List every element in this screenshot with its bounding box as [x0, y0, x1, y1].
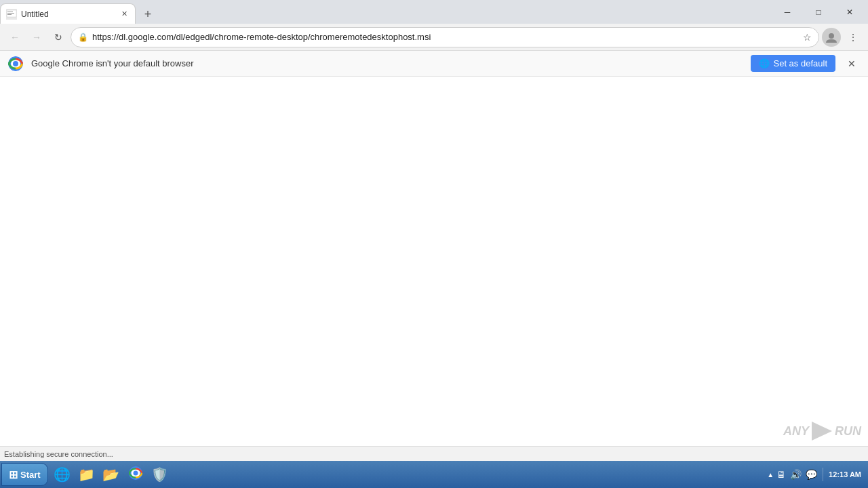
file-explorer-icon: 📁	[78, 466, 95, 483]
svg-rect-3	[7, 13, 14, 14]
taskbar-items: 🌐 📁 📂	[48, 463, 762, 486]
taskbar-folder-button[interactable]: 📂	[100, 463, 123, 486]
ie-icon: 🌐	[54, 466, 71, 483]
url-text[interactable]: https://dl.google.com/dl/edgedl/chrome-r…	[92, 32, 799, 42]
tab-close-button[interactable]: ✕	[119, 9, 130, 20]
info-bar-close-button[interactable]: ✕	[844, 56, 860, 72]
taskbar-ie-button[interactable]: 🌐	[51, 463, 74, 486]
browser-window: Untitled ✕ + ─ □ ✕ ← → ↻ 🔒 https://dl.go…	[0, 0, 868, 488]
set-default-globe-icon: 🌐	[759, 58, 770, 68]
taskbar-explorer-button[interactable]: 📁	[75, 463, 98, 486]
watermark-play-icon	[812, 422, 832, 441]
info-bar-message: Google Chrome isn't your default browser	[31, 58, 743, 68]
toolbar: ← → ↻ 🔒 https://dl.google.com/dl/edgedl/…	[0, 24, 868, 51]
info-bar: Google Chrome isn't your default browser…	[0, 51, 868, 77]
set-default-label: Set as default	[774, 58, 828, 68]
active-tab[interactable]: Untitled ✕	[0, 3, 136, 24]
back-button[interactable]: ←	[5, 28, 24, 47]
shield-taskbar-icon: 🛡️	[151, 466, 168, 483]
system-clock: 12:13 AM	[829, 470, 861, 479]
menu-button[interactable]: ⋮	[844, 28, 863, 47]
anyrun-watermark: ANY RUN	[783, 422, 861, 441]
close-button[interactable]: ✕	[834, 0, 865, 24]
tray-icons: 🖥 🔊 💬	[776, 469, 817, 480]
volume-tray-icon: 🔊	[790, 469, 802, 480]
chrome-taskbar-icon	[129, 466, 142, 483]
bookmark-star-icon[interactable]: ☆	[803, 32, 812, 43]
tray-expand-arrow[interactable]: ▲	[767, 471, 774, 479]
set-default-button[interactable]: 🌐 Set as default	[751, 55, 836, 72]
taskbar-tray: ▲ 🖥 🔊 💬 12:13 AM	[762, 468, 867, 481]
start-button[interactable]: ⊞ Start	[1, 463, 48, 486]
svg-marker-9	[812, 422, 832, 441]
forward-button[interactable]: →	[27, 28, 46, 47]
svg-point-5	[829, 33, 834, 39]
taskbar-shield-button[interactable]: 🛡️	[149, 463, 172, 486]
page-content: ANY RUN	[0, 77, 868, 446]
chrome-logo-icon	[8, 56, 23, 71]
network-tray-icon: 🖥	[776, 469, 786, 480]
svg-point-12	[133, 470, 138, 475]
clock-time: 12:13 AM	[829, 470, 861, 479]
taskbar-chrome-button[interactable]	[124, 463, 147, 486]
title-bar: Untitled ✕ + ─ □ ✕	[0, 0, 868, 24]
minimize-button[interactable]: ─	[772, 0, 803, 24]
svg-point-8	[13, 61, 18, 66]
svg-rect-4	[7, 14, 12, 15]
watermark-text2: RUN	[835, 424, 861, 439]
tray-separator	[823, 468, 823, 481]
status-text: Establishing secure connection...	[4, 450, 113, 458]
tab-title: Untitled	[21, 9, 119, 19]
account-icon[interactable]	[822, 28, 841, 47]
tab-strip: Untitled ✕ +	[0, 0, 769, 24]
status-bar: Establishing secure connection...	[0, 446, 868, 461]
tab-favicon	[6, 9, 17, 20]
watermark-text1: ANY	[783, 424, 809, 439]
notification-tray-icon: 💬	[806, 469, 817, 480]
folder-icon: 📂	[102, 466, 119, 483]
start-windows-icon: ⊞	[9, 468, 18, 481]
reload-button[interactable]: ↻	[49, 28, 68, 47]
taskbar: ⊞ Start 🌐 📁 📂	[0, 461, 868, 488]
address-bar[interactable]: 🔒 https://dl.google.com/dl/edgedl/chrome…	[71, 27, 819, 47]
svg-rect-2	[7, 12, 13, 12]
maximize-button[interactable]: □	[803, 0, 834, 24]
lock-icon: 🔒	[78, 33, 88, 42]
start-label: Start	[20, 470, 41, 480]
new-tab-button[interactable]: +	[138, 5, 157, 24]
window-controls: ─ □ ✕	[769, 0, 868, 24]
